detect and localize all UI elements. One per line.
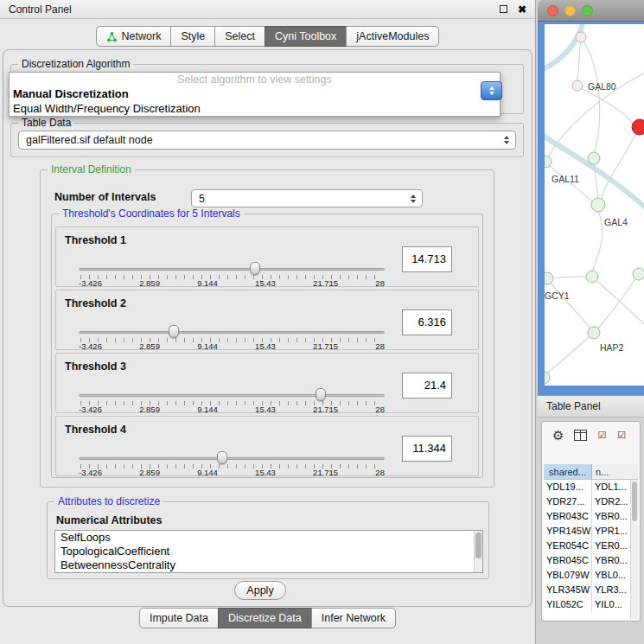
columns-icon[interactable] [574, 430, 587, 441]
attributes-list: SelfLoops TopologicalCoefficient Between… [54, 530, 483, 573]
tab-cyni-toolbox[interactable]: Cyni Toolbox [265, 26, 347, 47]
scrollbar-thumb[interactable] [475, 532, 481, 558]
threshold-row: Threshold 1 -3.426 2.859 9.144 15.43 21.… [55, 226, 479, 287]
tab-style[interactable]: Style [170, 26, 215, 47]
minimize-traffic-light-icon[interactable] [564, 5, 576, 16]
slider-thumb[interactable] [316, 388, 326, 401]
threshold-label: Threshold 2 [65, 297, 126, 309]
table-panel-title: Table Panel [546, 400, 601, 412]
slider-track[interactable] [79, 394, 385, 397]
threshold-row: Threshold 3 -3.426 2.859 9.144 15.43 21.… [55, 353, 479, 413]
node[interactable] [576, 32, 586, 42]
table-row[interactable]: YPR145WYPR1... [544, 524, 638, 539]
tab-label: Network [122, 30, 162, 42]
column-header-shared-name[interactable]: shared... [544, 464, 592, 479]
node-hap2[interactable] [588, 327, 600, 339]
control-panel-titlebar: Control Panel ✖ [0, 0, 535, 19]
list-scrollbar[interactable] [474, 531, 482, 572]
network-view-focus-frame: GAL80 GAL11 GAL4 GCY1 HAP2 [538, 22, 644, 395]
list-item[interactable]: SelfLoops [55, 531, 482, 545]
node-label: GAL80 [588, 81, 616, 92]
table-data-select[interactable]: galFiltered.sif default node [18, 131, 516, 150]
node[interactable] [586, 271, 598, 283]
tab-label: Impute Data [150, 612, 208, 624]
node[interactable] [588, 152, 600, 164]
threshold-slider[interactable] [79, 325, 385, 342]
algorithm-select-arrows-icon[interactable] [481, 81, 502, 100]
tab-label: Select [225, 30, 255, 42]
control-panel: Control Panel ✖ Network Style Select Cyn… [0, 0, 536, 644]
node-table: shared... n... YDL19...YDL1... YDR27...Y… [544, 464, 638, 619]
select-checkbox-icon[interactable]: ☑ [617, 430, 627, 441]
tab-network[interactable]: Network [96, 26, 172, 47]
table-row[interactable]: YIL052CYIL0... [544, 597, 638, 612]
network-canvas[interactable]: GAL80 GAL11 GAL4 GCY1 HAP2 [545, 24, 644, 386]
threshold-value-field[interactable]: 21.4 [402, 373, 452, 399]
cyni-bottom-tabbar: Impute Data Discretize Data Infer Networ… [0, 608, 535, 628]
interval-definition-group: Interval Definition Number of Intervals … [40, 169, 494, 488]
table-row[interactable]: YBR045CYBR0... [544, 553, 638, 568]
threshold-slider[interactable] [79, 262, 385, 279]
tab-label: Infer Network [322, 612, 386, 624]
float-window-icon[interactable] [500, 5, 507, 13]
threshold-value-field[interactable]: 11.344 [402, 436, 452, 462]
table-row[interactable]: YDR27...YDR2... [544, 494, 638, 509]
zoom-traffic-light-icon[interactable] [582, 5, 593, 16]
number-of-intervals-select[interactable]: 5 [191, 189, 423, 207]
network-window-titlebar[interactable] [538, 0, 644, 22]
threshold-slider[interactable] [79, 388, 385, 405]
table-row[interactable]: YBR043CYBR0... [544, 509, 638, 524]
threshold-value-field[interactable]: 14.713 [402, 246, 452, 272]
table-row[interactable]: YBL079WYBL0... [544, 568, 638, 583]
tab-impute-data[interactable]: Impute Data [139, 608, 219, 628]
slider-track[interactable] [79, 331, 385, 334]
apply-button[interactable]: Apply [234, 581, 286, 600]
network-view-window: GAL80 GAL11 GAL4 GCY1 HAP2 [538, 0, 644, 395]
slider-thumb[interactable] [250, 262, 260, 275]
network-graph: GAL80 GAL11 GAL4 GCY1 HAP2 [545, 24, 644, 386]
algorithm-dropdown-popup: Select algorithm to view settings Manual… [9, 72, 501, 117]
slider-thumb[interactable] [169, 325, 179, 338]
scrollbar-thumb[interactable] [632, 481, 637, 521]
tab-infer-network[interactable]: Infer Network [311, 608, 396, 628]
gear-icon[interactable]: ⚙ [552, 429, 564, 442]
tab-label: Cyni Toolbox [275, 30, 336, 42]
number-of-intervals-value: 5 [199, 193, 205, 205]
list-item[interactable]: BetweennessCentrality [55, 558, 482, 572]
node[interactable] [633, 268, 644, 280]
table-data-group: Table Data galFiltered.sif default node [10, 123, 524, 157]
slider-track[interactable] [79, 268, 385, 271]
table-row[interactable]: YLR345WYLR3... [544, 583, 638, 597]
column-header-name[interactable]: n... [592, 464, 638, 479]
threshold-slider[interactable] [79, 451, 385, 469]
table-scrollbar[interactable] [630, 480, 638, 619]
slider-track[interactable] [79, 457, 385, 460]
slider-thumb[interactable] [217, 451, 227, 464]
group-title: Interval Definition [48, 163, 135, 175]
dropdown-option-manual-discretization[interactable]: Manual Discretization [10, 86, 500, 101]
dropdown-option-equal-width[interactable]: Equal Width/Frequency Discretization [10, 101, 500, 116]
node-gcy1[interactable] [545, 272, 553, 284]
threshold-row: Threshold 4 -3.426 2.859 9.144 15.43 21.… [55, 416, 479, 476]
table-row[interactable]: YER054CYER0... [544, 539, 638, 553]
tab-select[interactable]: Select [214, 26, 265, 47]
slider-scale: -3.426 2.859 9.144 15.43 21.715 28 [79, 468, 385, 477]
threshold-label: Threshold 1 [65, 234, 126, 246]
table-panel-header: Table Panel [538, 395, 644, 418]
table-row[interactable]: YDL19...YDL1... [544, 480, 638, 494]
node[interactable] [572, 80, 583, 91]
tab-label: Style [181, 30, 205, 42]
table-panel-card: ⚙ ☑ ☑ shared... n... YDL19...YDL1... YDR… [541, 421, 641, 622]
node-gal4[interactable] [591, 198, 605, 212]
tab-discretize-data[interactable]: Discretize Data [218, 608, 312, 628]
node-label: GAL11 [552, 174, 579, 184]
node-selected-red[interactable] [632, 119, 644, 135]
tab-label: jActiveModules [356, 30, 429, 42]
close-traffic-light-icon[interactable] [547, 5, 558, 16]
tab-jactivemodules[interactable]: jActiveModules [346, 26, 439, 47]
list-item[interactable]: TopologicalCoefficient [55, 545, 482, 558]
node[interactable] [545, 372, 550, 384]
close-icon[interactable]: ✖ [518, 3, 526, 16]
select-all-checkbox-icon[interactable]: ☑ [597, 430, 607, 441]
threshold-value-field[interactable]: 6.316 [402, 309, 452, 335]
